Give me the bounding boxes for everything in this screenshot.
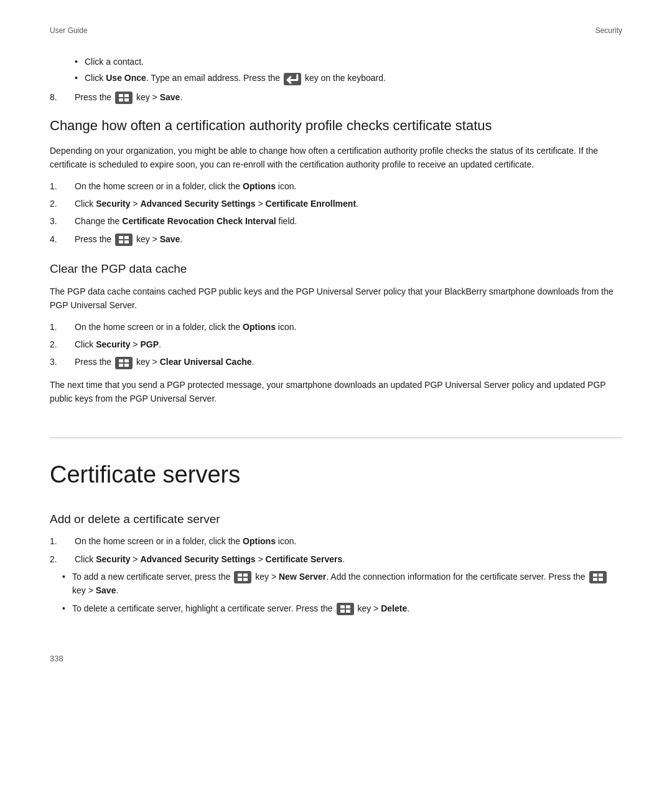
step-num: 2.: [50, 197, 75, 210]
svg-rect-22: [340, 610, 345, 613]
menu-key-icon-sub1b: [589, 571, 607, 583]
page: User Guide Security Click a contact. Cli…: [50, 25, 622, 665]
section2-steps: 1. On the home screen or in a folder, cl…: [50, 320, 622, 369]
step-content: Press the key > Clear Universal Cache.: [75, 355, 622, 369]
section3-title: Add or delete a certificate server: [50, 511, 622, 527]
menu-key-icon-sub2: [337, 603, 354, 615]
enter-key-icon-intro: [284, 73, 301, 85]
svg-rect-17: [599, 573, 603, 577]
section1-step-4: 4. Press the key > Save.: [50, 232, 622, 246]
svg-rect-3: [124, 98, 129, 101]
step-content: Click Security > Advanced Security Setti…: [75, 552, 622, 566]
step-content: On the home screen or in a folder, click…: [75, 534, 622, 548]
step-num: 4.: [50, 232, 75, 246]
step-content: Change the Certificate Revocation Check …: [75, 214, 622, 228]
menu-key-icon-s2s3: [115, 357, 133, 369]
page-number: 338: [50, 654, 63, 663]
svg-rect-0: [119, 94, 123, 97]
svg-rect-12: [238, 573, 242, 577]
section1-step-2: 2. Click Security > Advanced Security Se…: [50, 197, 622, 210]
step-content: Click Security > Advanced Security Setti…: [75, 197, 622, 210]
svg-rect-2: [119, 98, 123, 101]
step-num: 1.: [50, 534, 75, 548]
svg-rect-7: [124, 240, 129, 243]
section2-step-2: 2. Click Security > PGP.: [50, 337, 622, 351]
intro-bullet-2: Click Use Once. Type an email address. P…: [75, 71, 622, 85]
svg-rect-15: [243, 578, 248, 581]
step-num: 3.: [50, 214, 75, 228]
intro-bullet-list: Click a contact. Click Use Once. Type an…: [75, 55, 622, 85]
menu-key-icon-sub1a: [234, 571, 251, 583]
section2-title: Clear the PGP data cache: [50, 261, 622, 277]
svg-rect-11: [124, 364, 129, 367]
section1-title: Change how often a certification authori…: [50, 116, 622, 135]
step-num: 2.: [50, 552, 75, 566]
section2-footer: The next time that you send a PGP protec…: [50, 378, 622, 406]
sub-bullet-1: To add a new certificate server, press t…: [62, 570, 622, 598]
sub-bullet-2: To delete a certificate server, highligh…: [62, 602, 622, 615]
section1-step-1: 1. On the home screen or in a folder, cl…: [50, 179, 622, 193]
chapter-title: Certificate servers: [50, 437, 622, 493]
section3-step-2: 2. Click Security > Advanced Security Se…: [50, 552, 622, 566]
svg-rect-1: [124, 94, 129, 97]
step-num: 1.: [50, 179, 75, 193]
svg-rect-6: [119, 240, 123, 243]
svg-rect-20: [340, 605, 345, 608]
svg-rect-9: [124, 359, 129, 362]
page-footer: 338: [50, 653, 622, 665]
svg-rect-23: [346, 610, 350, 613]
header-left: User Guide: [50, 25, 88, 36]
step-content: On the home screen or in a folder, click…: [75, 320, 622, 334]
section2-body: The PGP data cache contains cached PGP p…: [50, 285, 622, 313]
menu-key-icon-s8: [115, 92, 133, 104]
svg-rect-10: [119, 364, 123, 367]
page-header: User Guide Security: [50, 25, 622, 36]
step-num: 2.: [50, 337, 75, 351]
intro-bullet-1: Click a contact.: [75, 55, 622, 68]
section3-steps: 1. On the home screen or in a folder, cl…: [50, 534, 622, 566]
svg-rect-21: [346, 605, 350, 608]
svg-rect-13: [243, 573, 248, 577]
svg-rect-8: [119, 359, 123, 362]
step-num: 3.: [50, 355, 75, 369]
step-8-num: 8.: [50, 90, 75, 104]
step-num: 1.: [50, 320, 75, 334]
section2-step-3: 3. Press the key > Clear Universal Cache…: [50, 355, 622, 369]
section1-step-3: 3. Change the Certificate Revocation Che…: [50, 214, 622, 228]
svg-rect-19: [599, 578, 603, 581]
svg-rect-18: [593, 578, 597, 581]
section3-sub-bullets: To add a new certificate server, press t…: [62, 570, 622, 615]
svg-rect-5: [124, 236, 129, 239]
step-content: Click Security > PGP.: [75, 337, 622, 351]
header-right: Security: [595, 25, 622, 36]
section3-step-1: 1. On the home screen or in a folder, cl…: [50, 534, 622, 548]
menu-key-icon-s1s4: [115, 234, 133, 246]
step-content: Press the key > Save.: [75, 232, 622, 246]
svg-rect-14: [238, 578, 242, 581]
step-content: On the home screen or in a folder, click…: [75, 179, 622, 193]
svg-rect-16: [593, 573, 597, 577]
section2-step-1: 1. On the home screen or in a folder, cl…: [50, 320, 622, 334]
step-8: 8. Press the key > Save.: [50, 90, 622, 104]
section1-body: Depending on your organization, you migh…: [50, 144, 622, 172]
svg-rect-4: [119, 236, 123, 239]
section1-steps: 1. On the home screen or in a folder, cl…: [50, 179, 622, 247]
step-8-content: Press the key > Save.: [75, 90, 622, 104]
